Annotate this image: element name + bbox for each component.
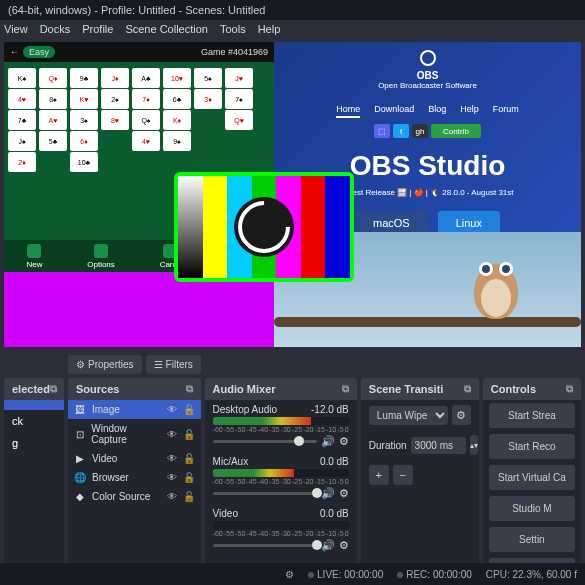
visibility-icon[interactable]: 👁 bbox=[167, 429, 177, 440]
channel-level: 0.0 dB bbox=[320, 508, 349, 519]
source-item[interactable]: ▶Video👁🔓 bbox=[68, 449, 201, 468]
filters-button[interactable]: ☰Filters bbox=[146, 355, 201, 374]
source-label: Image bbox=[92, 404, 120, 415]
add-transition-button[interactable]: + bbox=[369, 465, 389, 485]
menu-profile[interactable]: Profile bbox=[82, 23, 113, 35]
audio-mixer-panel: Audio Mixer⧉ Desktop Audio-12.0 dB-60-55… bbox=[205, 378, 357, 585]
scene-item[interactable] bbox=[4, 400, 64, 410]
source-color bbox=[4, 272, 274, 347]
source-type-icon: ▶ bbox=[74, 453, 86, 464]
channel-level: 0.0 dB bbox=[320, 456, 349, 467]
visibility-icon[interactable]: 👁 bbox=[167, 491, 177, 502]
source-label: Video bbox=[92, 453, 117, 464]
popout-icon[interactable]: ⧉ bbox=[464, 383, 471, 395]
popout-icon[interactable]: ⧉ bbox=[50, 383, 57, 395]
source-item[interactable]: 🌐Browser👁🔓 bbox=[68, 468, 201, 487]
properties-button[interactable]: ⚙Properties bbox=[68, 355, 142, 374]
transition-select[interactable]: Luma Wipe bbox=[369, 406, 448, 425]
speaker-icon[interactable]: 🔊 bbox=[321, 539, 335, 552]
menu-bar: View Docks Profile Scene Collection Tool… bbox=[0, 20, 585, 38]
menu-help[interactable]: Help bbox=[258, 23, 281, 35]
menu-docks[interactable]: Docks bbox=[40, 23, 71, 35]
window-title: (64-bit, windows) - Profile: Untitled - … bbox=[0, 0, 585, 20]
settings-button[interactable]: Settin bbox=[489, 527, 575, 552]
live-status: LIVE: 00:00:00 bbox=[308, 569, 383, 580]
popout-icon[interactable]: ⧉ bbox=[186, 383, 193, 395]
start-recording-button[interactable]: Start Reco bbox=[489, 434, 575, 459]
start-virtual-camera-button[interactable]: Start Virtual Ca bbox=[489, 465, 575, 490]
transitions-panel: Scene Transiti⧉ Luma Wipe ⚙ Duration ▴▾ … bbox=[361, 378, 479, 585]
channel-settings-icon[interactable]: ⚙ bbox=[339, 539, 349, 552]
source-label: Window Capture bbox=[91, 423, 160, 445]
source-label: Color Source bbox=[92, 491, 150, 502]
status-bar: ⚙ LIVE: 00:00:00 REC: 00:00:00 CPU: 22.3… bbox=[0, 563, 585, 585]
source-label: Browser bbox=[92, 472, 129, 483]
audio-meter bbox=[213, 417, 349, 425]
scenes-panel: elected⧉ ck g ⋮ ∧ ∨ bbox=[4, 378, 64, 585]
filters-icon: ☰ bbox=[154, 359, 163, 370]
scene-item[interactable]: ck bbox=[4, 410, 64, 432]
remove-transition-button[interactable]: − bbox=[393, 465, 413, 485]
mixer-channel: Desktop Audio-12.0 dB-60-55-50-45-40-35-… bbox=[205, 400, 357, 452]
preview-canvas[interactable]: ←Easy Game #4041969 K♠4♥7♣J♠2♦ Q♦8♠A♥5♣ … bbox=[4, 42, 581, 347]
audio-meter bbox=[213, 521, 349, 529]
source-type-icon: 🖼 bbox=[74, 404, 86, 415]
menu-view[interactable]: View bbox=[4, 23, 28, 35]
source-type-icon: 🌐 bbox=[74, 472, 86, 483]
transition-settings-button[interactable]: ⚙ bbox=[452, 405, 471, 425]
mixer-channel: Mic/Aux0.0 dB-60-55-50-45-40-35-30-25-20… bbox=[205, 452, 357, 504]
channel-level: -12.0 dB bbox=[311, 404, 349, 415]
source-test-pattern bbox=[174, 172, 354, 282]
audio-meter bbox=[213, 469, 349, 477]
source-item[interactable]: ◆Color Source👁🔓 bbox=[68, 487, 201, 506]
visibility-icon[interactable]: 👁 bbox=[167, 472, 177, 483]
gear-icon: ⚙ bbox=[76, 359, 85, 370]
source-type-icon: ◆ bbox=[74, 491, 86, 502]
lock-icon[interactable]: 🔓 bbox=[183, 429, 195, 440]
menu-scene-collection[interactable]: Scene Collection bbox=[125, 23, 208, 35]
cpu-status: CPU: 22.3%, 60.00 f bbox=[486, 569, 577, 580]
popout-icon[interactable]: ⧉ bbox=[342, 383, 349, 395]
source-item[interactable]: 🖼Image👁🔓 bbox=[68, 400, 201, 419]
channel-name: Desktop Audio bbox=[213, 404, 278, 415]
menu-tools[interactable]: Tools bbox=[220, 23, 246, 35]
studio-mode-button[interactable]: Studio M bbox=[489, 496, 575, 521]
channel-name: Video bbox=[213, 508, 238, 519]
mixer-channel: Video0.0 dB-60-55-50-45-40-35-30-25-20-1… bbox=[205, 504, 357, 556]
controls-panel: Controls⧉ Start Strea Start Reco Start V… bbox=[483, 378, 581, 585]
speaker-icon[interactable]: 🔊 bbox=[321, 487, 335, 500]
rec-status: REC: 00:00:00 bbox=[397, 569, 472, 580]
lock-icon[interactable]: 🔓 bbox=[183, 491, 195, 502]
volume-slider[interactable] bbox=[213, 492, 317, 495]
duration-stepper[interactable]: ▴▾ bbox=[470, 435, 478, 455]
scene-item[interactable]: g bbox=[4, 432, 64, 454]
speaker-icon[interactable]: 🔊 bbox=[321, 435, 335, 448]
duration-label: Duration bbox=[369, 440, 407, 451]
lock-icon[interactable]: 🔓 bbox=[183, 453, 195, 464]
channel-name: Mic/Aux bbox=[213, 456, 249, 467]
visibility-icon[interactable]: 👁 bbox=[167, 404, 177, 415]
sources-panel: Sources⧉ 🖼Image👁🔓⊡Window Capture👁🔓▶Video… bbox=[68, 378, 201, 585]
volume-slider[interactable] bbox=[213, 440, 317, 443]
volume-slider[interactable] bbox=[213, 544, 317, 547]
lock-icon[interactable]: 🔓 bbox=[183, 472, 195, 483]
channel-settings-icon[interactable]: ⚙ bbox=[339, 487, 349, 500]
source-type-icon: ⊡ bbox=[74, 429, 85, 440]
popout-icon[interactable]: ⧉ bbox=[566, 383, 573, 395]
channel-settings-icon[interactable]: ⚙ bbox=[339, 435, 349, 448]
gear-icon[interactable]: ⚙ bbox=[285, 569, 294, 580]
duration-input[interactable] bbox=[411, 437, 466, 454]
lock-icon[interactable]: 🔓 bbox=[183, 404, 195, 415]
obs-logo-icon bbox=[234, 197, 294, 257]
visibility-icon[interactable]: 👁 bbox=[167, 453, 177, 464]
start-streaming-button[interactable]: Start Strea bbox=[489, 403, 575, 428]
source-item[interactable]: ⊡Window Capture👁🔓 bbox=[68, 419, 201, 449]
